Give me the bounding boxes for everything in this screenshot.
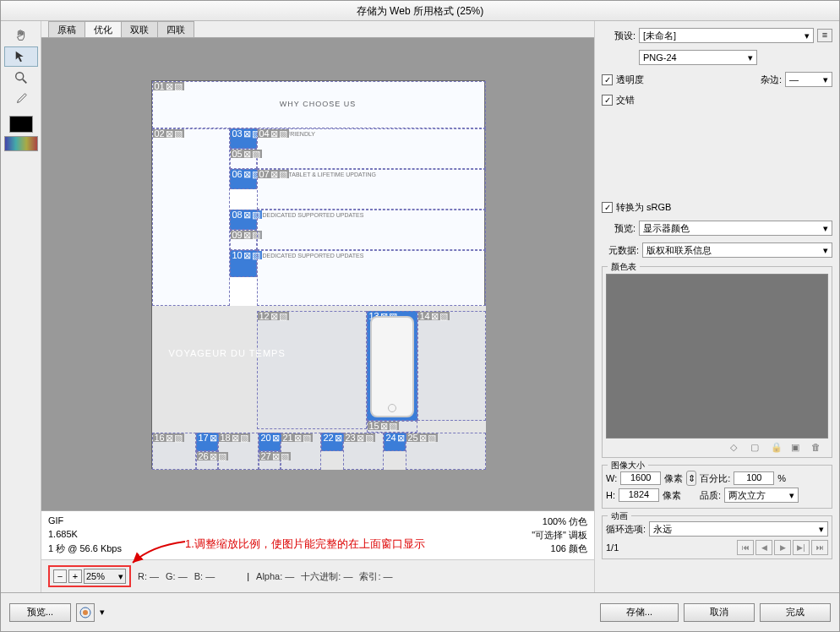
preview-label: 预览: <box>602 222 635 235</box>
preset-select[interactable]: [未命名]▾ <box>639 28 814 43</box>
link-icon[interactable]: ⇕ <box>686 471 696 486</box>
preview-button[interactable]: 预览... <box>9 603 71 622</box>
animation-section: 动画 循环选项: 永远▾ 1/1 ⏮ ◀ ▶ ▶| ⏭ <box>602 515 832 559</box>
metadata-label: 元数据: <box>602 244 639 257</box>
height-input[interactable]: 1824 <box>619 488 659 502</box>
info-palette: "可选择" 调板 <box>532 529 587 542</box>
b-readout: B: — <box>194 571 215 581</box>
ct-icon[interactable]: 🗑 <box>811 442 823 454</box>
info-format: GIF <box>48 515 63 528</box>
tab-fourup[interactable]: 四联 <box>157 21 194 37</box>
percent-input[interactable]: 100 <box>734 471 774 485</box>
ct-icon[interactable]: ▢ <box>750 442 762 454</box>
banner: VOYAGEUR DU TEMPS <box>169 348 286 358</box>
view-tabs: 原稿 优化 双联 四联 <box>41 21 594 38</box>
zoom-controls-highlight: − + 25%▾ <box>48 565 131 587</box>
zoom-out-button[interactable]: − <box>53 569 67 583</box>
image-size-section: 图像大小 W:1600像素 ⇕ 百分比:100% H:1824像素 品质: 两次… <box>602 465 832 509</box>
quality-select[interactable]: 两次立方▾ <box>724 488 799 503</box>
preview-select[interactable]: 显示器颜色▾ <box>639 221 832 236</box>
index-readout: 索引: — <box>359 570 392 583</box>
prev-frame-button[interactable]: ◀ <box>755 540 772 555</box>
tab-twoup[interactable]: 双联 <box>121 21 158 37</box>
hex-readout: 十六进制: — <box>301 570 352 583</box>
color-table-section: 颜色表 ◇ ▢ 🔒 ▣ 🗑 <box>602 266 832 458</box>
interlace-checkbox[interactable]: ✓ <box>602 95 613 106</box>
matte-select[interactable]: —▾ <box>785 72 832 87</box>
r-readout: R: — <box>138 571 159 581</box>
color-swatch[interactable] <box>9 116 33 133</box>
svg-line-1 <box>22 79 26 84</box>
info-rate: 1 秒 @ 56.6 Kbps <box>48 542 122 555</box>
srgb-checkbox[interactable]: ✓ <box>602 202 613 213</box>
last-frame-button[interactable]: ⏭ <box>811 540 828 555</box>
zoom-bar: − + 25%▾ R: — G: — B: — | Alpha: — 十六进制:… <box>41 559 594 592</box>
cancel-button[interactable]: 取消 <box>684 603 755 622</box>
browser-icon[interactable] <box>76 603 95 622</box>
width-input[interactable]: 1600 <box>620 471 661 485</box>
color-table[interactable] <box>606 274 828 439</box>
transparency-label: 透明度 <box>616 74 644 86</box>
ct-icon[interactable]: ◇ <box>730 442 742 454</box>
info-dither: 100% 仿色 <box>543 515 587 528</box>
format-select[interactable]: PNG-24▾ <box>639 50 757 65</box>
svg-point-0 <box>15 73 23 80</box>
matte-label: 杂边: <box>761 74 782 86</box>
metadata-select[interactable]: 版权和联系信息▾ <box>642 242 832 258</box>
tool-column <box>1 21 41 592</box>
annotation-text: 1.调整缩放比例，使图片能完整的在上面窗口显示 <box>185 537 425 552</box>
center-panel: 原稿 优化 双联 四联 WHY CHOOSE US 01⊠▧ 02⊠▧ 03⊠▧… <box>41 21 594 592</box>
canvas-area[interactable]: WHY CHOOSE US 01⊠▧ 02⊠▧ 03⊠▧ 04⊠▧ MOBILE… <box>41 38 594 510</box>
tab-original[interactable]: 原稿 <box>48 21 85 37</box>
loop-select[interactable]: 永远▾ <box>649 521 828 537</box>
transparency-checkbox[interactable]: ✓ <box>602 74 613 85</box>
preview-canvas: WHY CHOOSE US 01⊠▧ 02⊠▧ 03⊠▧ 04⊠▧ MOBILE… <box>151 80 485 469</box>
info-colors: 106 颜色 <box>551 542 587 555</box>
info-size: 1.685K <box>48 529 78 542</box>
svg-point-3 <box>83 610 88 615</box>
main-row: 原稿 优化 双联 四联 WHY CHOOSE US 01⊠▧ 02⊠▧ 03⊠▧… <box>1 21 839 592</box>
srgb-label: 转换为 sRGB <box>616 201 671 214</box>
play-button[interactable]: ▶ <box>774 540 791 555</box>
slice-badge: 01⊠▧ <box>153 82 184 90</box>
info-bar: GIF100% 仿色 1.685K"可选择" 调板 1 秒 @ 56.6 Kbp… <box>41 510 594 559</box>
preset-label: 预设: <box>602 30 635 42</box>
save-button[interactable]: 存储... <box>600 603 679 622</box>
zoom-in-button[interactable]: + <box>68 569 82 583</box>
zoom-select[interactable]: 25%▾ <box>84 569 126 584</box>
done-button[interactable]: 完成 <box>760 603 831 622</box>
footer: 预览... ▾ 存储... 取消 完成 <box>1 592 839 631</box>
zoom-tool[interactable] <box>4 68 38 88</box>
slice-select-tool[interactable] <box>4 46 38 67</box>
title-bar: 存储为 Web 所用格式 (25%) <box>1 1 839 21</box>
interlace-label: 交错 <box>616 94 635 106</box>
g-readout: G: — <box>166 571 188 581</box>
next-frame-button[interactable]: ▶| <box>793 540 810 555</box>
first-frame-button[interactable]: ⏮ <box>737 540 754 555</box>
tab-optimized[interactable]: 优化 <box>85 21 122 37</box>
ct-icon[interactable]: 🔒 <box>771 442 783 454</box>
right-panel: 预设: [未命名]▾ ≡ PNG-24▾ ✓ 透明度 杂边: —▾ ✓ 交错 ✓… <box>594 21 839 592</box>
preset-menu-icon[interactable]: ≡ <box>817 29 832 42</box>
eyedropper-tool[interactable] <box>4 89 38 109</box>
alpha-readout: Alpha: — <box>256 571 294 581</box>
frame-indicator: 1/1 <box>606 542 619 553</box>
ct-icon[interactable]: ▣ <box>791 442 803 454</box>
hand-tool[interactable] <box>4 25 38 46</box>
toggle-slices-icon[interactable] <box>4 136 38 151</box>
